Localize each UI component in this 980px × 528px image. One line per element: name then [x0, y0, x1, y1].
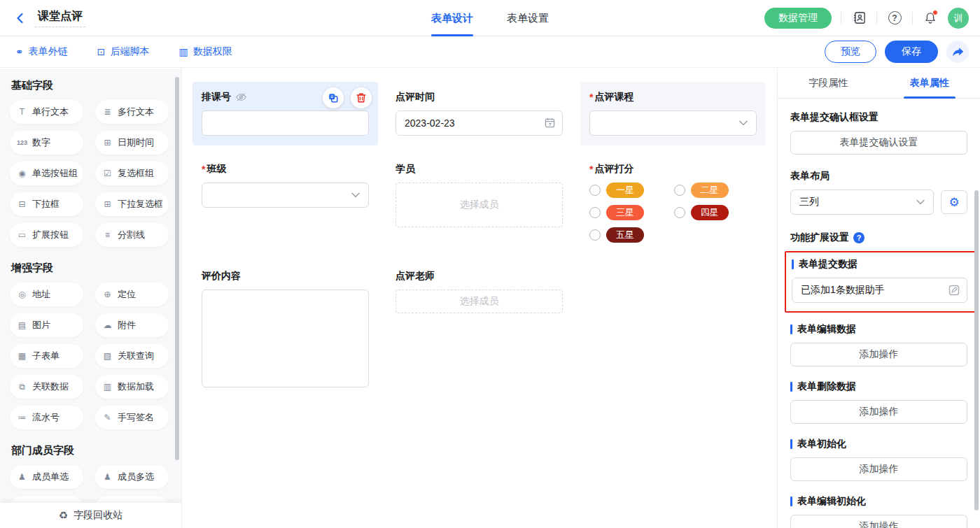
tab-field-properties[interactable]: 字段属性 — [778, 68, 879, 98]
recycle-icon: ♻ — [59, 509, 68, 522]
sidebar-item-relation-data[interactable]: ⧉关联数据 — [10, 375, 83, 399]
edit-init-add-button[interactable]: 添加操作 — [790, 515, 967, 528]
radio-button[interactable] — [589, 185, 601, 196]
dropdown-multi-icon: ⊞ — [102, 199, 113, 209]
sidebar-item-checkbox-group[interactable]: ☑复选框组 — [95, 162, 169, 185]
item-label: 分割线 — [118, 229, 145, 241]
save-button[interactable]: 保存 — [885, 41, 938, 63]
section-title-basic-fields: 基础字段 — [11, 79, 181, 92]
student-label: 学员 — [396, 163, 415, 176]
teacher-member-picker[interactable]: 选择成员 — [396, 290, 563, 313]
field-block-schedule-no[interactable]: 排课号 — [192, 82, 378, 145]
tab-form-settings[interactable]: 表单设置 — [507, 0, 549, 36]
star-tag-3[interactable]: 三星 — [606, 205, 644, 220]
button-icon: ▭ — [17, 230, 27, 240]
sidebar-item-dropdown-multi[interactable]: ⊞下拉复选框 — [95, 192, 169, 216]
share-button[interactable] — [946, 41, 969, 63]
radio-button[interactable] — [589, 229, 601, 241]
radio-button[interactable] — [589, 207, 601, 218]
back-icon[interactable] — [14, 12, 27, 24]
data-manage-button[interactable]: 数据管理 — [764, 8, 832, 29]
sidebar-item-date-time[interactable]: ⊞日期时间 — [95, 131, 169, 155]
data-permission-link[interactable]: ▥ 数据权限 — [178, 45, 232, 58]
review-content-textarea[interactable] — [202, 290, 369, 387]
field-block-review-course[interactable]: *点评课程 — [580, 82, 766, 145]
delete-field-button[interactable] — [351, 87, 372, 108]
sidebar-item-multi-line-text[interactable]: ≣多行文本 — [95, 100, 169, 124]
member-picker-placeholder: 选择成员 — [460, 199, 499, 211]
radio-button[interactable] — [674, 207, 685, 218]
page-title[interactable]: 课堂点评 — [35, 9, 85, 27]
sidebar-item-attachment[interactable]: ☁附件 — [95, 313, 169, 337]
star-tag-2[interactable]: 二星 — [691, 183, 729, 198]
edit-data-add-button[interactable]: 添加操作 — [790, 343, 967, 366]
help-icon[interactable]: ? — [886, 10, 903, 27]
sidebar-item-serial-number[interactable]: ≔流水号 — [10, 406, 83, 429]
sidebar-item-address[interactable]: ◎地址 — [10, 283, 83, 306]
field-block-review-score[interactable]: *点评打分 一星 二星 三星 — [580, 154, 766, 252]
sidebar-item-location[interactable]: ⊕定位 — [95, 283, 169, 306]
field-block-student[interactable]: 学员 选择成员 — [386, 154, 572, 237]
divider — [876, 12, 877, 24]
item-label: 单行文本 — [32, 106, 69, 118]
sidebar-item-data-load[interactable]: ▥数据加载 — [95, 375, 169, 399]
field-block-class[interactable]: *班级 — [192, 154, 378, 217]
star-tag-5[interactable]: 五星 — [606, 227, 644, 243]
member-picker-placeholder: 选择成员 — [460, 295, 499, 308]
score-option-5: 五星 — [589, 227, 673, 243]
star-tag-4[interactable]: 四星 — [691, 205, 729, 220]
field-recycle-bin[interactable]: ♻ 字段回收站 — [0, 503, 181, 528]
contacts-icon[interactable] — [850, 10, 867, 27]
avatar[interactable]: 训 — [948, 8, 969, 29]
review-time-input[interactable] — [396, 110, 563, 136]
init-add-button[interactable]: 添加操作 — [790, 457, 967, 481]
tab-form-properties[interactable]: 表单属性 — [879, 68, 980, 98]
subform-icon: ▦ — [17, 351, 27, 361]
sidebar-item-subform[interactable]: ▦子表单 — [10, 344, 83, 368]
sidebar-item-image[interactable]: ▤图片 — [10, 313, 83, 337]
panel-scrollbar[interactable] — [974, 190, 979, 511]
sidebar-item-member-single[interactable]: ♟成员单选 — [10, 465, 83, 489]
submit-confirm-settings-button[interactable]: 表单提交确认设置 — [790, 131, 967, 155]
class-select[interactable] — [202, 183, 369, 208]
copy-field-button[interactable] — [323, 87, 344, 108]
divider — [912, 12, 913, 24]
notification-bell-icon[interactable] — [922, 10, 939, 27]
extension-settings-text: 功能扩展设置 — [790, 231, 849, 244]
edit-icon[interactable] — [948, 285, 960, 296]
item-label: 单选按钮组 — [32, 167, 78, 180]
radio-button[interactable] — [674, 185, 685, 196]
layout-select[interactable]: 三列 — [790, 190, 934, 215]
student-member-picker[interactable]: 选择成员 — [396, 183, 563, 227]
extension-help-icon[interactable]: ? — [853, 232, 864, 243]
submit-data-value-box[interactable]: 已添加1条数据助手 — [792, 278, 967, 303]
sidebar-item-number[interactable]: 123数字 — [10, 131, 83, 155]
submit-data-value: 已添加1条数据助手 — [801, 284, 885, 297]
tab-form-design[interactable]: 表单设计 — [431, 0, 473, 36]
sidebar-item-signature[interactable]: ✎手写签名 — [95, 406, 169, 429]
field-block-review-teacher[interactable]: 点评老师 选择成员 — [386, 261, 572, 323]
layout-settings-button[interactable]: ⚙ — [941, 190, 967, 214]
backend-script-link[interactable]: ⊡ 后端脚本 — [97, 45, 150, 58]
sidebar-scrollbar[interactable] — [175, 77, 179, 460]
field-block-review-time[interactable]: 点评时间 — [386, 82, 572, 145]
score-option-4: 四星 — [674, 205, 757, 220]
sidebar-item-member-multi[interactable]: ♟成员多选 — [95, 465, 169, 489]
preview-button[interactable]: 预览 — [825, 41, 876, 63]
sidebar-item-single-line-text[interactable]: T单行文本 — [10, 100, 83, 124]
people-icon: ♟ — [102, 472, 113, 482]
field-block-review-content[interactable]: 评价内容 — [192, 261, 378, 400]
sidebar-item-extend-button[interactable]: ▭扩展按钮 — [10, 223, 83, 247]
form-external-link[interactable]: ⚭ 表单外链 — [15, 45, 68, 58]
schedule-no-input[interactable] — [202, 110, 369, 136]
sidebar-item-relation-query[interactable]: ▧关联查询 — [95, 344, 169, 368]
sidebar-item-divider-line[interactable]: ≡分割线 — [95, 223, 169, 247]
section-title-member-fields: 部门成员字段 — [11, 444, 181, 457]
star-tag-1[interactable]: 一星 — [606, 183, 644, 198]
review-time-label: 点评时间 — [396, 91, 435, 104]
class-label: 班级 — [206, 163, 226, 176]
delete-data-add-button[interactable]: 添加操作 — [790, 400, 967, 424]
sidebar-item-dropdown[interactable]: ⊟下拉框 — [10, 192, 83, 216]
review-course-select[interactable] — [589, 110, 757, 136]
sidebar-item-radio-group[interactable]: ◉单选按钮组 — [10, 162, 83, 185]
